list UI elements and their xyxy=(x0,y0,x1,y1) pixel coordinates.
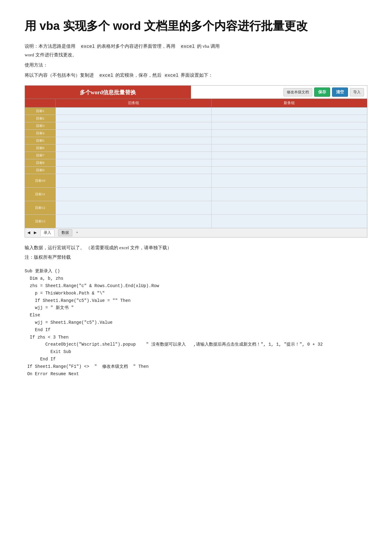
row-label: 目标11 xyxy=(25,188,56,201)
row-label: 目标9 xyxy=(25,167,56,174)
modify-doc-button[interactable]: 修改本级文档 xyxy=(283,88,312,96)
table-row: 目标9 xyxy=(25,167,367,174)
clear-button[interactable]: 清空 xyxy=(332,87,348,97)
row-new-value[interactable] xyxy=(212,108,367,115)
code-line: CreateObject("Wscript.shell").popup " 没有… xyxy=(25,341,367,348)
row-old-value[interactable] xyxy=(56,115,212,122)
spreadsheet-title: 多个word信息批量替换 xyxy=(25,86,191,99)
row-label: 目标4 xyxy=(25,130,56,137)
intro-usage: 使用方法： xyxy=(25,61,367,69)
row-label: 目标7 xyxy=(25,152,56,159)
row-new-value[interactable] xyxy=(212,167,367,174)
row-old-value[interactable] xyxy=(56,144,212,152)
code-line: If zhs < 3 Then xyxy=(25,334,367,341)
row-old-value[interactable] xyxy=(56,108,212,115)
row-new-value[interactable] xyxy=(212,137,367,144)
row-old-value[interactable] xyxy=(56,201,212,214)
row-label: 目标1 xyxy=(25,108,56,115)
table-row: 目标11 xyxy=(25,188,367,201)
code-line: Dim a, b, zhs xyxy=(25,275,367,282)
nav-next[interactable]: ▶ xyxy=(34,230,37,235)
row-old-value[interactable] xyxy=(56,159,212,166)
row-old-value[interactable] xyxy=(56,137,212,144)
row-new-value[interactable] xyxy=(212,188,367,201)
table-row: 目标5 xyxy=(25,137,367,144)
spreadsheet-container: 多个word信息批量替换 修改本级文档 保存 清空 导入 旧务组 新务组 目标1… xyxy=(25,85,367,237)
code-line: zhs = Sheet1.Range("c" & Rows.Count).End… xyxy=(25,282,367,290)
code-line: On Error Resume Next xyxy=(25,371,367,378)
table-row: 目标8 xyxy=(25,159,367,167)
save-button[interactable]: 保存 xyxy=(314,87,330,97)
intro-line1: 说明：本方法思路是借用 excel 的表格对多个内容进行界面管理，再用 exce… xyxy=(25,42,367,59)
row-new-value[interactable] xyxy=(212,174,367,187)
row-label: 目标6 xyxy=(25,144,56,152)
row-label: 目标13 xyxy=(25,215,56,228)
row-old-value[interactable] xyxy=(56,188,212,201)
tab-input[interactable]: 录入 xyxy=(40,229,54,236)
col-header-new: 新务组 xyxy=(212,99,367,107)
table-row: 目标4 xyxy=(25,130,367,137)
code-line: End If xyxy=(25,356,367,363)
code-line: If Sheet1.Range("F1") <> " 修改本级文档 " Then xyxy=(25,363,367,371)
table-row: 目标2 xyxy=(25,115,367,122)
spreadsheet-top-bar: 多个word信息批量替换 修改本级文档 保存 清空 导入 xyxy=(25,86,367,99)
row-old-value[interactable] xyxy=(56,174,212,187)
row-new-value[interactable] xyxy=(212,122,367,129)
table-row: 目标3 xyxy=(25,122,367,130)
tab-data[interactable]: 数据 xyxy=(58,229,72,236)
row-old-value[interactable] xyxy=(56,215,212,228)
table-row: 目标12 xyxy=(25,201,367,215)
row-new-value[interactable] xyxy=(212,215,367,228)
copyright-note: 注：版权所有严禁转载 xyxy=(25,253,367,262)
row-label: 目标3 xyxy=(25,122,56,129)
row-new-value[interactable] xyxy=(212,201,367,214)
intro-instruction: 将以下内容（不包括本句）复制进 excel 的宏模块，保存，然后 excel 界… xyxy=(25,71,367,80)
code-line: p = ThisWorkbook.Path & "\" xyxy=(25,290,367,297)
import-button[interactable]: 导入 xyxy=(350,88,364,96)
row-new-value[interactable] xyxy=(212,130,367,137)
row-label: 目标5 xyxy=(25,137,56,144)
spreadsheet-rows: 目标1 目标2 目标3 目标4 目标5 目标6 目标7 目标8 目标9 目标10 xyxy=(25,108,367,228)
table-row: 目标6 xyxy=(25,144,367,152)
row-old-value[interactable] xyxy=(56,130,212,137)
spreadsheet-column-headers: 旧务组 新务组 xyxy=(25,99,367,108)
row-new-value[interactable] xyxy=(212,144,367,152)
row-old-value[interactable] xyxy=(56,122,212,129)
table-row: 目标7 xyxy=(25,152,367,159)
row-label: 目标10 xyxy=(25,174,56,187)
table-row: 目标1 xyxy=(25,108,367,115)
add-sheet-btn[interactable]: + xyxy=(76,230,78,235)
code-line: wjj = " 新文书 " xyxy=(25,304,367,312)
table-row: 目标13 xyxy=(25,215,367,228)
row-new-value[interactable] xyxy=(212,159,367,166)
code-line: If Sheet1.Range("c5").Value = "" Then xyxy=(25,297,367,305)
col-header-old: 旧务组 xyxy=(56,99,212,107)
spreadsheet-footer: ◀ ▶ 录入 数据 + xyxy=(25,228,367,237)
nav-prev[interactable]: ◀ xyxy=(27,230,30,235)
row-old-value[interactable] xyxy=(56,167,212,174)
spreadsheet-buttons: 修改本级文档 保存 清空 导入 xyxy=(191,86,367,99)
row-old-value[interactable] xyxy=(56,152,212,159)
row-label: 目标8 xyxy=(25,159,56,166)
row-label: 目标2 xyxy=(25,115,56,122)
code-line: Sub 更新录入 () xyxy=(25,268,367,275)
col-header-label xyxy=(25,99,56,107)
page-title: 用 vba 实现多个 word 文档里的多个内容进行批量更改 xyxy=(25,18,367,34)
row-new-value[interactable] xyxy=(212,115,367,122)
vba-code-block: Sub 更新录入 () Dim a, b, zhs zhs = Sheet1.R… xyxy=(25,268,367,378)
code-line: End If xyxy=(25,327,367,334)
code-line: Else xyxy=(25,312,367,319)
code-line: wjj = Sheet1.Range("c5").Value xyxy=(25,319,367,327)
table-row: 目标10 xyxy=(25,174,367,188)
row-label: 目标12 xyxy=(25,201,56,214)
code-line: Exit Sub xyxy=(25,348,367,356)
row-new-value[interactable] xyxy=(212,152,367,159)
footer-note: 输入数据，运行宏就可以了。 （若需要现成的 excel 文件，请单独下载） xyxy=(25,244,367,252)
